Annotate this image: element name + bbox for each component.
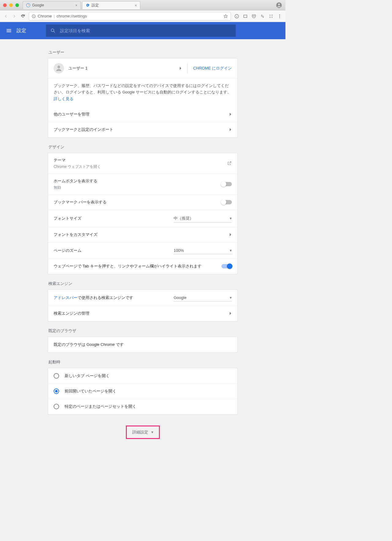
page-zoom-row: ページのズーム 100% ▾ [48, 242, 237, 259]
extension-info-icon[interactable] [234, 13, 239, 19]
svg-rect-11 [271, 14, 273, 16]
startup-option-specific[interactable]: 特定のページまたはページセットを開く [48, 399, 237, 414]
omnibox-url: chrome://settings [57, 14, 87, 18]
address-bar-engine-row: アドレスバーで使用される検索エンジンです Google ▾ [48, 290, 237, 306]
svg-point-22 [58, 66, 60, 68]
address-bar-link[interactable]: アドレスバー [54, 295, 77, 300]
advanced-settings-button[interactable]: 詳細設定 ▾ [126, 426, 160, 439]
section-title-startup: 起動時 [48, 355, 238, 368]
window-titlebar: Google × 設定 × [0, 0, 285, 10]
chevron-right-icon [229, 312, 232, 315]
svg-line-21 [54, 31, 55, 32]
tab-google[interactable]: Google × [23, 1, 81, 9]
learn-more-link[interactable]: 詳しく見る [54, 97, 74, 101]
extension-rect-icon[interactable] [243, 13, 248, 19]
bookmark-bar-row: ブックマーク バーを表示する [48, 195, 237, 210]
extension-grid-icon[interactable] [268, 13, 274, 19]
tab-settings[interactable]: 設定 × [82, 1, 140, 9]
home-button-toggle[interactable] [221, 182, 232, 186]
svg-rect-13 [271, 17, 273, 18]
profile-name: ユーザー 1 [68, 66, 179, 71]
sync-description: ブックマーク、履歴、パスワードなどの設定をすべてのデバイスで使用するにはログイン… [48, 78, 237, 107]
svg-rect-12 [270, 17, 271, 18]
caret-down-icon: ▾ [151, 430, 153, 434]
site-info-icon[interactable] [32, 14, 36, 18]
caret-down-icon: ▾ [230, 295, 232, 300]
svg-rect-9 [244, 15, 247, 17]
chrome-menu-icon[interactable] [277, 13, 282, 19]
section-title-design: デザイン [48, 140, 238, 153]
svg-point-20 [51, 29, 54, 32]
svg-point-2 [278, 3, 280, 5]
startup-option-continue[interactable]: 前回開いていたページを開く [48, 384, 237, 399]
reload-button[interactable] [20, 13, 26, 19]
page-title: 設定 [17, 28, 26, 34]
radio-button[interactable] [54, 388, 59, 394]
divider [187, 63, 188, 74]
traffic-lights [3, 3, 19, 7]
svg-point-4 [33, 15, 34, 16]
close-window-button[interactable] [3, 3, 7, 7]
extension-link-icon[interactable] [260, 13, 265, 19]
manage-search-engines-row[interactable]: 検索エンジンの管理 [48, 306, 237, 321]
close-tab-icon[interactable]: × [134, 3, 137, 8]
external-link-icon [227, 161, 232, 166]
svg-rect-19 [7, 32, 11, 32]
search-icon [50, 28, 56, 33]
radio-button[interactable] [54, 404, 59, 409]
tab-strip: Google × 設定 × [23, 0, 276, 10]
bookmark-star-icon[interactable] [223, 14, 228, 19]
profile-row[interactable]: ユーザー 1 CHROME にログイン [48, 59, 237, 78]
favicon-settings-icon [85, 3, 90, 7]
menu-icon[interactable] [6, 27, 12, 34]
address-bar[interactable]: Chrome | chrome://settings [29, 12, 231, 21]
search-engine-select[interactable]: Google ▾ [174, 294, 232, 301]
svg-rect-17 [7, 29, 11, 30]
profile-avatar-icon[interactable] [276, 2, 282, 9]
settings-content: ユーザー ユーザー 1 CHROME にログイン ブックマーク、履歴、パスワード… [0, 39, 285, 451]
svg-point-16 [279, 17, 280, 18]
avatar-icon [54, 63, 64, 74]
tab-title: Google [32, 3, 44, 7]
svg-point-14 [279, 14, 280, 15]
caret-down-icon: ▾ [230, 248, 232, 253]
caret-down-icon: ▾ [230, 216, 232, 221]
theme-row[interactable]: テーマ Chrome ウェブストアを開く [48, 153, 237, 174]
page-zoom-select[interactable]: 100% ▾ [174, 247, 232, 254]
chevron-right-icon [229, 233, 232, 236]
chevron-right-icon [179, 66, 182, 70]
chrome-login-link[interactable]: CHROME にログイン [193, 66, 232, 71]
section-title-default: 既定のブラウザ [48, 324, 238, 337]
svg-point-15 [279, 16, 280, 16]
back-button[interactable] [3, 13, 9, 19]
omnibox-separator: | [54, 14, 55, 18]
omnibox-origin: Chrome [38, 14, 52, 18]
tab-title: 設定 [92, 3, 99, 8]
settings-header: 設定 [0, 22, 285, 39]
home-button-row: ホームボタンを表示する 無効 [48, 174, 237, 195]
section-title-user: ユーザー [48, 45, 238, 58]
bookmark-bar-toggle[interactable] [221, 200, 232, 204]
tab-highlight-row: ウェブページで Tab キーを押すと、リンクやフォーム欄がハイライト表示されます [48, 259, 237, 274]
manage-other-users-row[interactable]: 他のユーザーを管理 [48, 107, 237, 122]
import-bookmarks-row[interactable]: ブックマークと設定のインポート [48, 122, 237, 137]
minimize-window-button[interactable] [9, 3, 13, 7]
extension-pocket-icon[interactable] [251, 13, 257, 19]
browser-toolbar: Chrome | chrome://settings [0, 10, 285, 22]
customize-fonts-row[interactable]: フォントをカスタマイズ [48, 227, 237, 242]
close-tab-icon[interactable]: × [75, 3, 77, 8]
tab-highlight-toggle[interactable] [221, 264, 232, 268]
section-title-search: 検索エンジン [48, 277, 238, 289]
zoom-window-button[interactable] [15, 3, 19, 7]
chevron-right-icon [229, 128, 232, 131]
settings-search[interactable] [46, 25, 236, 37]
radio-button[interactable] [54, 373, 59, 379]
font-size-row: フォントサイズ 中（推奨） ▾ [48, 210, 237, 227]
forward-button[interactable] [12, 13, 17, 19]
chevron-right-icon [229, 112, 232, 116]
settings-search-input[interactable] [60, 28, 232, 33]
favicon-google-icon [26, 3, 30, 7]
svg-rect-5 [33, 16, 34, 17]
startup-option-newtab[interactable]: 新しいタブ ページを開く [48, 368, 237, 384]
font-size-select[interactable]: 中（推奨） ▾ [174, 214, 232, 223]
